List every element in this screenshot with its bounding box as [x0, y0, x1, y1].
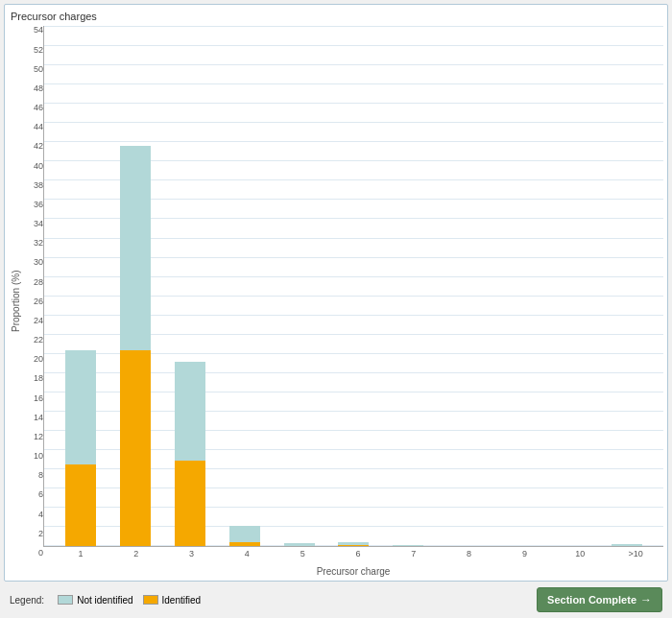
y-tick: 20: [22, 355, 43, 364]
section-complete-label: Section Complete: [547, 594, 636, 606]
section-complete-button[interactable]: Section Complete →: [537, 587, 662, 612]
bar-group: [217, 26, 272, 546]
bar-identified: [175, 461, 205, 546]
bar-group: [491, 26, 545, 546]
y-tick: 36: [22, 201, 43, 209]
bar-not-identified: [393, 545, 423, 546]
bar-not-identified: [120, 146, 151, 350]
y-ticks: 0246810121416182022242628303234363840424…: [22, 26, 43, 577]
footer: Legend: Not identified Identified Sectio…: [4, 583, 668, 614]
y-tick: 0: [22, 549, 43, 558]
x-tick: 8: [442, 549, 497, 559]
y-tick: 2: [22, 530, 43, 538]
x-tick: 9: [497, 549, 553, 559]
y-tick: 6: [22, 490, 43, 499]
legend-not-identified-label: Not identified: [77, 595, 132, 606]
y-tick: 52: [22, 46, 43, 55]
bar-group: [108, 26, 163, 546]
x-tick: 6: [330, 549, 386, 559]
y-tick: 32: [22, 239, 43, 248]
bar-group: [599, 26, 654, 546]
main-container: Precursor charges Proportion (%) 0246810…: [0, 0, 672, 618]
legend-item-not-identified: Not identified: [58, 595, 132, 606]
x-axis-label: Precursor charge: [43, 566, 663, 577]
y-tick: 22: [22, 336, 43, 345]
bar-not-identified: [229, 526, 260, 542]
plot-area: [43, 26, 663, 547]
bar-not-identified: [65, 350, 96, 464]
bar-group: [436, 26, 491, 546]
chart-title: Precursor charges: [9, 11, 663, 22]
legend-item-identified: Identified: [143, 595, 202, 606]
y-tick: 30: [22, 258, 43, 267]
y-tick: 34: [22, 220, 43, 228]
x-tick: 10: [552, 549, 608, 559]
legend-identified-label: Identified: [162, 595, 202, 606]
y-tick: 24: [22, 317, 43, 325]
bar-not-identified: [284, 543, 315, 546]
bar-group: [544, 26, 599, 546]
bar-group: [381, 26, 436, 546]
y-tick: 12: [22, 433, 43, 441]
bar-not-identified: [175, 362, 205, 460]
y-tick: 48: [22, 84, 43, 93]
x-tick: 3: [164, 549, 220, 559]
x-tick: 5: [275, 549, 330, 559]
x-axis: 12345678910>10: [43, 547, 663, 566]
y-tick: 54: [22, 26, 43, 35]
legend-label: Legend:: [10, 595, 44, 606]
chart-panel: Precursor charges Proportion (%) 0246810…: [4, 4, 668, 582]
bar-group: [54, 26, 108, 546]
legend: Legend: Not identified Identified: [10, 595, 201, 606]
y-tick: 4: [22, 511, 43, 519]
arrow-icon: →: [640, 593, 652, 606]
y-tick: 46: [22, 104, 43, 112]
y-tick: 42: [22, 142, 43, 151]
bar-identified: [229, 542, 260, 546]
y-axis-label: Proportion (%): [9, 26, 22, 577]
bar-identified: [65, 464, 96, 546]
y-tick: 18: [22, 374, 43, 383]
bar-group: [272, 26, 326, 546]
y-tick: 44: [22, 123, 43, 131]
chart-inner: 12345678910>10 Precursor charge: [43, 26, 663, 577]
bar-not-identified: [612, 544, 642, 546]
bar-group: [326, 26, 381, 546]
y-tick: 8: [22, 471, 43, 480]
x-tick: 2: [108, 549, 164, 559]
y-tick: 50: [22, 65, 43, 74]
y-tick: 26: [22, 297, 43, 306]
bar-group: [163, 26, 218, 546]
legend-box-identified: [143, 595, 158, 605]
y-tick: 10: [22, 452, 43, 461]
legend-box-not-identified: [58, 595, 73, 605]
bar-identified: [120, 350, 151, 546]
bars-container: [44, 26, 663, 546]
y-tick: 16: [22, 394, 43, 403]
y-tick: 38: [22, 181, 43, 190]
y-axis: Proportion (%) 0246810121416182022242628…: [9, 26, 43, 577]
chart-area: Proportion (%) 0246810121416182022242628…: [9, 26, 663, 577]
x-tick: 7: [386, 549, 442, 559]
bar-identified: [338, 545, 369, 546]
x-tick: >10: [608, 549, 663, 559]
y-tick: 14: [22, 414, 43, 422]
y-tick: 28: [22, 278, 43, 287]
x-tick: 1: [53, 549, 108, 559]
y-tick: 40: [22, 162, 43, 171]
x-tick: 4: [219, 549, 275, 559]
